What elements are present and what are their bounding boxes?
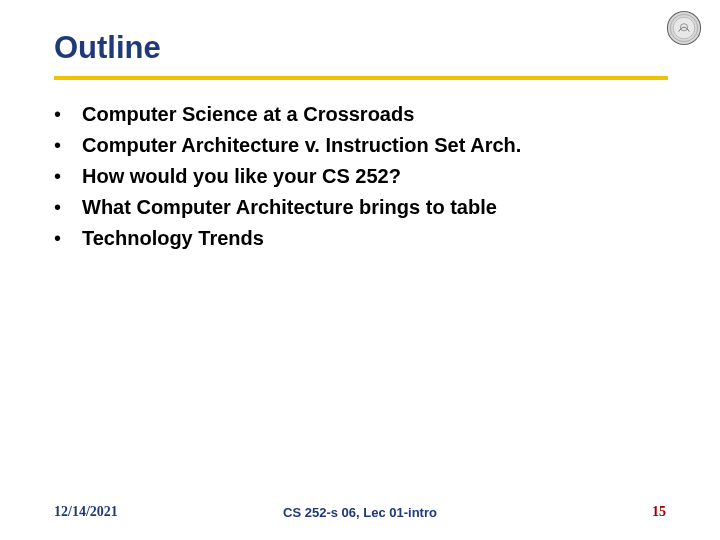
- bullet-icon: •: [54, 224, 82, 252]
- footer-page-number: 15: [652, 504, 666, 520]
- title-divider: [54, 76, 668, 80]
- list-item: • Computer Science at a Crossroads: [54, 100, 654, 128]
- slide-title: Outline: [54, 30, 161, 66]
- bullet-list: • Computer Science at a Crossroads • Com…: [54, 100, 654, 255]
- list-item: • What Computer Architecture brings to t…: [54, 193, 654, 221]
- bullet-text: Computer Science at a Crossroads: [82, 100, 414, 128]
- slide-footer: 12/14/2021 CS 252-s 06, Lec 01-intro 15: [0, 504, 720, 520]
- bullet-text: What Computer Architecture brings to tab…: [82, 193, 497, 221]
- footer-date: 12/14/2021: [54, 504, 118, 520]
- svg-point-2: [673, 17, 695, 39]
- bullet-icon: •: [54, 193, 82, 221]
- bullet-text: Computer Architecture v. Instruction Set…: [82, 131, 521, 159]
- bullet-text: Technology Trends: [82, 224, 264, 252]
- list-item: • Computer Architecture v. Instruction S…: [54, 131, 654, 159]
- list-item: • Technology Trends: [54, 224, 654, 252]
- footer-course: CS 252-s 06, Lec 01-intro: [283, 505, 437, 520]
- bullet-icon: •: [54, 131, 82, 159]
- bullet-icon: •: [54, 162, 82, 190]
- bullet-text: How would you like your CS 252?: [82, 162, 401, 190]
- bullet-icon: •: [54, 100, 82, 128]
- list-item: • How would you like your CS 252?: [54, 162, 654, 190]
- seal-logo: [666, 10, 702, 46]
